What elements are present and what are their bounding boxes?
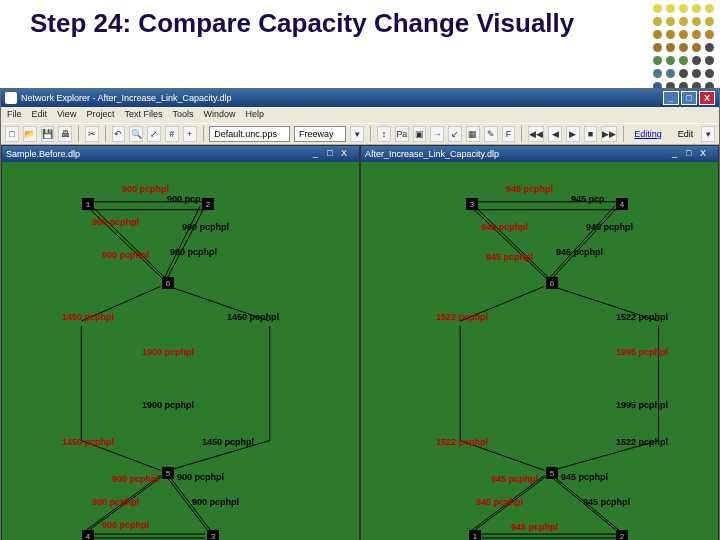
tool-r8[interactable]: F xyxy=(502,126,516,142)
fit-icon[interactable]: ⤢ xyxy=(147,126,161,142)
save-icon[interactable]: 💾 xyxy=(41,126,55,142)
edit-label: Edit xyxy=(674,129,698,139)
sub-min-before[interactable]: _ xyxy=(313,148,327,160)
tool-r7[interactable]: ✎ xyxy=(484,126,498,142)
label-945k: 945 pcphpl xyxy=(511,522,558,532)
menu-help[interactable]: Help xyxy=(245,109,264,121)
svg-line-5 xyxy=(163,206,201,282)
slide-title: Step 24: Compare Capacity Change Visuall… xyxy=(0,0,720,43)
node-4r[interactable]: 4 xyxy=(616,198,628,210)
node-1r[interactable]: 1 xyxy=(469,530,481,540)
label-900g: 900 pcphpl xyxy=(112,474,159,484)
sub-close-after[interactable]: X xyxy=(700,148,714,160)
main-titlebar: Network Explorer - After_Increase_Link_C… xyxy=(1,89,719,107)
node-2r[interactable]: 2 xyxy=(616,530,628,540)
play-icon[interactable]: ▶ xyxy=(566,126,580,142)
menu-file[interactable]: File xyxy=(7,109,22,121)
label-1522c: 1522 pcphpl xyxy=(436,437,488,447)
svg-line-22 xyxy=(474,206,552,282)
select-a[interactable]: Default.unc.pps xyxy=(209,126,290,142)
label-945b: 945 pcp xyxy=(571,194,605,204)
node-6[interactable]: 6 xyxy=(162,277,174,289)
sub-title-after: After_Increase_Link_Capacity.dlp xyxy=(365,149,499,159)
maximize-button[interactable]: □ xyxy=(681,91,697,105)
menu-edit[interactable]: Edit xyxy=(32,109,48,121)
label-1522a: 1522 pcphpl xyxy=(436,312,488,322)
label-945e: 945 pcphpl xyxy=(486,252,533,262)
label-1995b: 1995 pcphpl xyxy=(616,400,668,410)
print-icon[interactable]: 🖶 xyxy=(58,126,72,142)
menu-tools[interactable]: Tools xyxy=(172,109,193,121)
minimize-button[interactable]: _ xyxy=(663,91,679,105)
label-900d: 900 pcphpl xyxy=(182,222,229,232)
zoom-icon[interactable]: 🔍 xyxy=(129,126,143,142)
node-6r[interactable]: 6 xyxy=(546,277,558,289)
label-945a: 945 pcphpl xyxy=(506,184,553,194)
plus-icon[interactable]: + xyxy=(183,126,197,142)
node-1[interactable]: 1 xyxy=(82,198,94,210)
node-2[interactable]: 2 xyxy=(202,198,214,210)
cut-icon[interactable]: ✂ xyxy=(85,126,99,142)
node-5[interactable]: 5 xyxy=(162,467,174,479)
sub-close-before[interactable]: X xyxy=(341,148,355,160)
play-back-icon[interactable]: ◀ xyxy=(548,126,562,142)
label-900a: 900 pcphpl xyxy=(122,184,169,194)
svg-line-3 xyxy=(166,206,206,282)
app-icon xyxy=(5,92,17,104)
subwindow-before: Sample.Before.dlp _ □ X 1 xyxy=(1,145,360,540)
label-1450d: 1450 pcphpl xyxy=(202,437,254,447)
dropdown-icon[interactable]: ▾ xyxy=(350,126,364,142)
subwindow-after: After_Increase_Link_Capacity.dlp _ □ X xyxy=(360,145,719,540)
editing-link[interactable]: Editing xyxy=(630,129,666,139)
node-5r[interactable]: 5 xyxy=(546,467,558,479)
label-1450a: 1450 pcphpl xyxy=(62,312,114,322)
menu-window[interactable]: Window xyxy=(203,109,235,121)
open-icon[interactable]: 📂 xyxy=(23,126,37,142)
label-1450b: 1450 pcphpl xyxy=(227,312,279,322)
menu-project[interactable]: Project xyxy=(86,109,114,121)
sub-max-before[interactable]: □ xyxy=(327,148,341,160)
label-900j: 900 pcphpl xyxy=(192,497,239,507)
tool-r4[interactable]: → xyxy=(430,126,444,142)
new-icon[interactable]: □ xyxy=(5,126,19,142)
sub-titlebar-before: Sample.Before.dlp _ □ X xyxy=(2,146,359,162)
tool-r6[interactable]: ▦ xyxy=(466,126,480,142)
node-3r[interactable]: 3 xyxy=(466,198,478,210)
label-945f: 945 pcphpl xyxy=(556,247,603,257)
sub-max-after[interactable]: □ xyxy=(686,148,700,160)
label-900i: 900 pcphpl xyxy=(92,497,139,507)
label-900k: 900 pcphpl xyxy=(102,520,149,530)
network-explorer-window: Network Explorer - After_Increase_Link_C… xyxy=(0,88,720,540)
label-945c: 945 pcphpl xyxy=(481,222,528,232)
label-900h: 900 pcphpl xyxy=(177,472,224,482)
label-1522d: 1522 pcphpl xyxy=(616,437,668,447)
tool-r5[interactable]: ↙ xyxy=(448,126,462,142)
node-3[interactable]: 3 xyxy=(207,530,219,540)
menubar: File Edit View Project Text Files Tools … xyxy=(1,107,719,123)
sub-titlebar-after: After_Increase_Link_Capacity.dlp _ □ X xyxy=(361,146,718,162)
label-900b: 900 pcp xyxy=(167,194,201,204)
diagram-after[interactable]: 3 4 6 5 1 2 945 pcphpl 945 pcp 945 pcphp… xyxy=(361,162,718,540)
sub-min-after[interactable]: _ xyxy=(672,148,686,160)
grid-icon[interactable]: # xyxy=(165,126,179,142)
menu-view[interactable]: View xyxy=(57,109,76,121)
menu-textfiles[interactable]: Text Files xyxy=(124,109,162,121)
window-title: Network Explorer - After_Increase_Link_C… xyxy=(21,93,231,103)
tool-r1[interactable]: ↕ xyxy=(377,126,391,142)
node-4[interactable]: 4 xyxy=(82,530,94,540)
play-prev-icon[interactable]: ◀◀ xyxy=(528,126,544,142)
undo-icon[interactable]: ↶ xyxy=(112,126,126,142)
label-900e: 900 pcphpl xyxy=(102,250,149,260)
stop-icon[interactable]: ■ xyxy=(584,126,598,142)
tool-r2[interactable]: Pa xyxy=(395,126,409,142)
svg-line-23 xyxy=(546,206,614,282)
close-button[interactable]: X xyxy=(699,91,715,105)
diagram-before[interactable]: 1 2 6 5 4 3 900 pcphpl 900 pcp 900 pcphp… xyxy=(2,162,359,540)
select-b[interactable]: Freeway xyxy=(294,126,347,142)
edit-dropdown-icon[interactable]: ▾ xyxy=(701,126,715,142)
label-900f: 900 pcphpl xyxy=(170,247,217,257)
play-next-icon[interactable]: ▶▶ xyxy=(601,126,617,142)
tool-r3[interactable]: ▣ xyxy=(413,126,427,142)
label-1522b: 1522 pcphpl xyxy=(616,312,668,322)
svg-line-20 xyxy=(470,206,549,282)
